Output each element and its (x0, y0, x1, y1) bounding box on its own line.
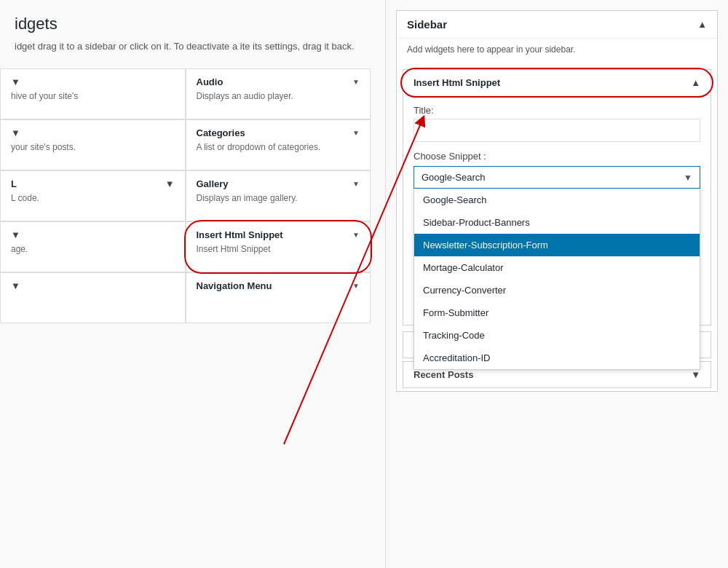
widget-title-categories: Categories (197, 127, 245, 138)
widget-desc-snippet: Insert Html Snippet (197, 243, 360, 256)
arrow-down-icon[interactable]: ▼ (11, 76, 20, 87)
widgets-grid: ▼ hive of your site's Audio ▼ Displays a… (0, 68, 371, 323)
widget-item-archive: ▼ hive of your site's (0, 68, 186, 119)
widget-desc-audio: Displays an audio player. (197, 90, 360, 103)
dropdown-item-0[interactable]: Google-Search (414, 189, 700, 211)
sidebar-collapse-icon[interactable]: ▲ (697, 19, 707, 30)
sidebar-title: Sidebar (407, 18, 447, 31)
sidebar-snippet-collapse-icon[interactable]: ▲ (691, 77, 700, 88)
sidebar-header: Sidebar ▲ (397, 11, 717, 39)
widget-item-nav-menu: Navigation Menu ▼ (186, 272, 371, 323)
widget-desc-image: age. (11, 243, 175, 256)
dropdown-item-2[interactable]: Newsletter-Subscription-Form (414, 234, 700, 256)
widget-desc-html: L code. (11, 192, 175, 205)
main-layout: idgets idget drag it to a sidebar or cli… (0, 0, 728, 568)
widget-item-categories: Categories ▼ A list or dropdown of categ… (186, 119, 371, 170)
widget-header-gallery: Gallery ▼ (197, 178, 360, 189)
left-panel: idgets idget drag it to a sidebar or cli… (0, 0, 386, 568)
widget-item-insert-html-snippet: Insert Html Snippet ▼ Insert Html Snippe… (186, 221, 371, 272)
dropdown-item-1[interactable]: Sidebar-Product-Banners (414, 211, 700, 234)
widget-desc-categories: A list or dropdown of categories. (197, 141, 360, 154)
widget-header-posts: ▼ (11, 127, 175, 138)
arrow-down-icon-posts[interactable]: ▼ (11, 127, 20, 138)
arrow-down-icon-categories[interactable]: ▼ (352, 129, 360, 137)
widget-header-snippet: Insert Html Snippet ▼ (197, 229, 360, 240)
title-input[interactable] (414, 119, 700, 142)
arrow-down-icon-audio[interactable]: ▼ (352, 78, 360, 86)
arrow-down-icon-snippet[interactable]: ▼ (352, 231, 360, 239)
snippet-select-display[interactable]: Google-Search ▼ (414, 166, 700, 189)
widget-desc-posts: your site's posts. (11, 141, 175, 154)
page-title: idgets (0, 15, 371, 33)
arrow-down-icon-html[interactable]: ▼ (165, 178, 175, 189)
widget-item-nav-left: ▼ (0, 272, 186, 323)
selected-snippet-text: Google-Search (422, 172, 485, 183)
dropdown-item-7[interactable]: Accreditation-ID (414, 347, 700, 369)
widget-desc-archive: hive of your site's (11, 90, 175, 103)
page-description: idget drag it to a sidebar or click on i… (0, 39, 371, 54)
dropdown-item-6[interactable]: Tracking-Code (414, 324, 700, 347)
dropdown-item-3[interactable]: Mortage-Calculator (414, 256, 700, 279)
widget-title-nav: Navigation Menu (197, 280, 272, 291)
snippet-dropdown: Google-Search Sidebar-Product-Banners Ne… (414, 189, 700, 370)
widget-header-html: L ▼ (11, 178, 175, 189)
widget-item-custom-html: L ▼ L code. (0, 170, 186, 221)
arrow-down-icon-gallery[interactable]: ▼ (352, 180, 360, 188)
dropdown-item-5[interactable]: Form-Submitter (414, 301, 700, 324)
widget-header-audio: Audio ▼ (197, 76, 360, 87)
widget-item-posts: ▼ your site's posts. (0, 119, 186, 170)
widget-desc-gallery: Displays an image gallery. (197, 192, 360, 205)
choose-snippet-label: Choose Snippet : (414, 151, 700, 162)
arrow-down-icon-nav[interactable]: ▼ (352, 282, 360, 290)
arrow-down-icon-nav-left[interactable]: ▼ (11, 280, 20, 291)
widget-header-nav: Navigation Menu ▼ (197, 280, 360, 291)
right-panel: Sidebar ▲ Add widgets here to appear in … (386, 0, 728, 568)
sidebar-widget-area: Sidebar ▲ Add widgets here to appear in … (396, 10, 718, 392)
recent-posts-title: Recent Posts (414, 369, 473, 380)
widget-header-categories: Categories ▼ (197, 127, 360, 138)
widget-header-nav-left: ▼ (11, 280, 175, 291)
widget-header-archive: ▼ (11, 76, 175, 87)
recent-posts-collapse-icon[interactable]: ▼ (691, 369, 700, 380)
snippet-select-wrapper: Google-Search ▼ Google-Search Sidebar-Pr… (414, 166, 700, 189)
widget-title-html: L (11, 178, 17, 189)
widget-item-image: ▼ age. (0, 221, 186, 272)
arrow-down-icon-image[interactable]: ▼ (11, 229, 20, 240)
sidebar-snippet-header: Insert Html Snippet ▲ (403, 70, 711, 95)
widget-title-audio: Audio (197, 76, 223, 87)
widget-title-gallery: Gallery (197, 178, 229, 189)
dropdown-item-4[interactable]: Currency-Converter (414, 279, 700, 301)
sidebar-snippet-title: Insert Html Snippet (414, 77, 500, 88)
title-label: Title: (414, 105, 700, 116)
widget-title-snippet: Insert Html Snippet (197, 229, 283, 240)
sidebar-description: Add widgets here to appear in your sideb… (397, 39, 717, 63)
widget-item-audio: Audio ▼ Displays an audio player. (186, 68, 371, 119)
widget-header-image: ▼ (11, 229, 175, 240)
widget-item-gallery: Gallery ▼ Displays an image gallery. (186, 170, 371, 221)
sidebar-snippet-widget: Insert Html Snippet ▲ Title: Choose Snip… (403, 69, 711, 326)
sidebar-snippet-body: Title: Choose Snippet : Google-Search ▼ … (403, 95, 711, 325)
snippet-select-arrow-icon: ▼ (684, 173, 692, 183)
